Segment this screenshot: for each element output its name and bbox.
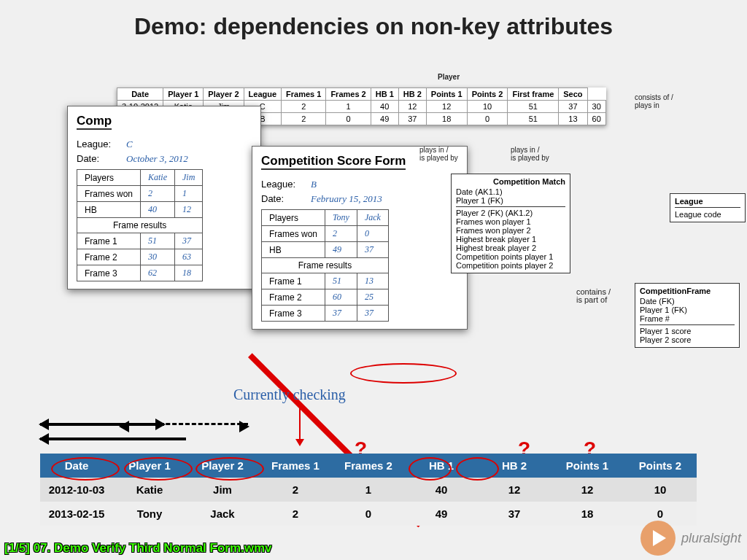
td: 37 bbox=[398, 113, 426, 125]
cell: Players bbox=[262, 210, 325, 226]
cell: HB bbox=[77, 202, 141, 218]
cell: 37 bbox=[357, 242, 388, 258]
th-pt1: Points 1 bbox=[426, 88, 467, 101]
attr: Highest break player 2 bbox=[456, 244, 565, 252]
td: 0 bbox=[326, 113, 371, 125]
td: 2013-02-15 bbox=[40, 502, 113, 526]
currently-checking-label: Currently checking bbox=[233, 386, 346, 403]
td: 30 bbox=[587, 101, 605, 113]
td: 40 bbox=[371, 101, 398, 113]
cell: 37 bbox=[325, 306, 357, 322]
th-pt2: Points 2 bbox=[624, 454, 697, 478]
form-a-grid: PlayersKatieJim Frames won21 HB4012 Fram… bbox=[77, 169, 203, 281]
rel-plays-in-1: plays in / is played by bbox=[419, 146, 458, 162]
attr: Frames won player 1 bbox=[456, 217, 565, 226]
cell: Frame 3 bbox=[77, 265, 141, 281]
cell: Katie bbox=[141, 170, 175, 186]
val-date: October 3, 2012 bbox=[126, 153, 188, 164]
val-league: C bbox=[126, 139, 133, 149]
key-circle-p2 bbox=[196, 457, 264, 481]
key-circle-hb1 bbox=[409, 457, 452, 481]
entity-player-label: Player bbox=[438, 73, 460, 81]
cell: 25 bbox=[357, 289, 388, 306]
lbl-date: Date: bbox=[261, 193, 311, 204]
entity-match-name: Competition Match bbox=[456, 177, 565, 186]
entity-match: Competition Match Date (AK1.1) Player 1 … bbox=[451, 174, 570, 273]
td: 2012-10-03 bbox=[40, 478, 113, 502]
td: 2 bbox=[259, 502, 332, 526]
th-pt2: Points 2 bbox=[467, 88, 508, 101]
slide-title: Demo: dependencies on non-key attributes bbox=[0, 13, 747, 40]
th-hb2: HB 2 bbox=[398, 88, 426, 101]
val-date: February 15, 2013 bbox=[311, 193, 382, 204]
td: 12 bbox=[398, 101, 426, 113]
td: 49 bbox=[371, 113, 398, 125]
td: 10 bbox=[467, 101, 508, 113]
cell: 62 bbox=[141, 265, 175, 281]
dashed-arrow-icon bbox=[120, 423, 248, 425]
th-league: League bbox=[244, 88, 282, 101]
val-league: B bbox=[311, 179, 317, 190]
cell: Frame 3 bbox=[262, 306, 325, 322]
cell: 49 bbox=[325, 242, 357, 258]
td: 12 bbox=[478, 478, 551, 502]
form-b-grid: PlayersTonyJack Frames won20 HB4937 Fram… bbox=[261, 209, 389, 322]
entity-league-name: League bbox=[675, 197, 740, 206]
cell: 51 bbox=[325, 273, 357, 289]
th-f2: Frames 2 bbox=[326, 88, 371, 101]
th-p2: Player 2 bbox=[204, 88, 244, 101]
td: Katie bbox=[113, 478, 186, 502]
single-arrow-icon bbox=[40, 438, 186, 440]
th-sf: Seco bbox=[559, 88, 587, 101]
lbl-date: Date: bbox=[77, 153, 126, 164]
red-circle-frame3 bbox=[350, 363, 457, 384]
rel-consists-of: consists of / plays in bbox=[635, 93, 673, 109]
cell: Frame 2 bbox=[262, 289, 325, 306]
cell: Tony bbox=[325, 210, 357, 226]
td: 1 bbox=[332, 478, 405, 502]
cell: Frames won bbox=[77, 186, 141, 202]
attr: Frames won player 2 bbox=[456, 226, 565, 235]
form-b-header: Competition Score Form bbox=[261, 154, 406, 170]
rel-contains: contains / is part of bbox=[576, 288, 611, 304]
cell: 40 bbox=[141, 202, 175, 218]
play-icon[interactable] bbox=[640, 521, 676, 556]
td: 37 bbox=[559, 101, 587, 113]
cell: Jack bbox=[357, 210, 388, 226]
form-a-header: Comp bbox=[77, 114, 112, 130]
key-circle-p1 bbox=[124, 457, 193, 481]
red-arrow-down-icon bbox=[299, 405, 301, 445]
key-circle-hb2 bbox=[456, 457, 499, 481]
td: 37 bbox=[478, 502, 551, 526]
lbl-league: League: bbox=[261, 179, 311, 190]
attr: Highest break player 1 bbox=[456, 235, 565, 244]
th-hb1: HB 1 bbox=[371, 88, 398, 101]
score-form-a: Comp League:C Date:October 3, 2012 Playe… bbox=[67, 106, 261, 289]
td: 60 bbox=[587, 113, 605, 125]
rel-plays-in-2: plays in / is played by bbox=[511, 146, 549, 162]
td: 2 bbox=[259, 478, 332, 502]
td: 18 bbox=[551, 502, 624, 526]
th-f1: Frames 1 bbox=[282, 88, 326, 101]
attr: Player 1 (FK) bbox=[456, 196, 565, 205]
brand-area: pluralsight bbox=[640, 521, 741, 556]
cell: HB bbox=[262, 242, 325, 258]
cell: 37 bbox=[175, 233, 203, 249]
cell: 18 bbox=[175, 265, 203, 281]
cell: Frame results bbox=[77, 218, 203, 233]
cell: 37 bbox=[357, 306, 388, 322]
attr: Date (AK1.1) bbox=[456, 187, 565, 196]
th-date: Date bbox=[117, 88, 163, 101]
entity-league-attr: League code bbox=[675, 207, 740, 219]
cell: Frame 1 bbox=[262, 273, 325, 289]
th-pt1: Points 1 bbox=[551, 454, 624, 478]
cell: Frame 1 bbox=[77, 233, 141, 249]
entity-league: League League code bbox=[670, 193, 746, 222]
td: Tony bbox=[113, 502, 186, 526]
th-f1: Frames 1 bbox=[259, 454, 332, 478]
cell: 60 bbox=[325, 289, 357, 306]
td: 1 bbox=[326, 101, 371, 113]
cell: Frames won bbox=[262, 226, 325, 242]
cell: 51 bbox=[141, 233, 175, 249]
cell: 2 bbox=[141, 186, 175, 202]
